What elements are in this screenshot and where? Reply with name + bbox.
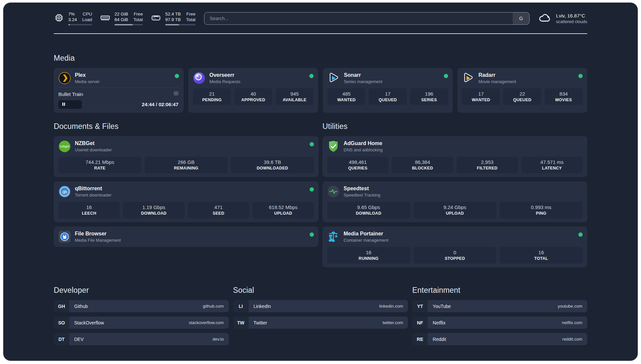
app-name: Plex: [75, 72, 171, 78]
stat-value: 485: [329, 91, 364, 97]
stat-label: UPLOAD: [415, 211, 495, 216]
app-name: Speedtest: [344, 185, 583, 192]
app-desc: Series management: [344, 79, 440, 84]
link-row-linkedin[interactable]: LILinkedInlinkedin.com: [233, 300, 408, 312]
link-row-youtube[interactable]: YTYouTubeyoutube.com: [412, 300, 587, 312]
playback-progress-bar[interactable]: 24:44 / 02:06:47: [58, 100, 179, 109]
pause-icon[interactable]: [62, 102, 66, 107]
stat-box: 86,384BLOCKED: [392, 157, 453, 173]
stat-box: 17WANTED: [462, 88, 500, 105]
section-title-utilities: Utilities: [322, 122, 587, 131]
stat-label: DOWNLOAD: [124, 211, 183, 216]
stat-box: 2,953FILTERED: [457, 157, 518, 173]
app-name: File Browser: [75, 230, 306, 237]
section-title-documents: Documents & Files: [54, 122, 319, 131]
app-card-radarr[interactable]: Radarr Movie management 17WANTED22QUEUED…: [457, 68, 587, 113]
qbittorrent-icon: qb: [58, 185, 71, 198]
stat-box: 16TOTAL: [500, 247, 583, 263]
system-metrics: 7% 3.24 CPU Load: [54, 11, 196, 25]
app-desc: DNS and adblocking: [344, 147, 583, 153]
section-title-developer: Developer: [54, 286, 229, 295]
stat-box: 47.571 msLATENCY: [521, 157, 583, 173]
link-url: youtube.com: [558, 304, 582, 309]
section-title-media: Media: [54, 54, 587, 63]
filebrowser-icon: [58, 230, 71, 243]
status-dot: [578, 232, 583, 237]
link-main[interactable]: Netflixnetflix.com: [428, 317, 587, 329]
playback-time: 24:44 / 02:06:47: [142, 100, 178, 109]
camera-icon[interactable]: [173, 90, 179, 98]
link-main[interactable]: Twittertwitter.com: [249, 317, 408, 329]
app-card-plex[interactable]: Plex Media server Bullet Train: [54, 68, 184, 113]
stat-value: 0.993 ms: [501, 204, 581, 210]
stat-box: 471SEED: [188, 202, 249, 218]
link-row-twitter[interactable]: TWTwittertwitter.com: [233, 317, 408, 329]
app-desc: Media server: [75, 79, 171, 84]
stat-value: 21: [194, 91, 229, 97]
stat-value: 9.24 Gbps: [415, 204, 495, 210]
search-bar: G: [204, 12, 530, 25]
stat-value: 618.52 Mbps: [254, 204, 313, 210]
section-title-social: Social: [233, 286, 408, 295]
stat-label: DOWNLOAD: [328, 211, 409, 216]
app-card-nzbget[interactable]: nzbget NZBGet Usenet downloader 744.21 M…: [54, 136, 319, 177]
app-card-speedtest[interactable]: Speedtest Speedtest Tracking 9.65 GbpsDO…: [322, 181, 587, 222]
stat-label: MOVIES: [546, 98, 581, 102]
app-card-qbittorrent[interactable]: qb qBittorrent Torrent downloader 16LEEC…: [54, 181, 319, 222]
link-main[interactable]: Githubgithub.com: [69, 300, 229, 312]
ram-progress-bar: [114, 24, 143, 25]
stat-box: 0.993 msPING: [500, 202, 583, 218]
nzbget-icon: nzbget: [58, 140, 71, 153]
app-card-overseerr[interactable]: Overseerr Media Requests 21PENDING40APPR…: [188, 68, 318, 113]
stat-box: 16LEECH: [58, 202, 120, 218]
stat-value: 1.19 Gbps: [124, 204, 183, 210]
speedtest-icon: [327, 185, 340, 198]
link-name: DEV: [74, 337, 84, 342]
app-card-portainer[interactable]: Media Portainer Container management 16R…: [322, 227, 587, 267]
link-main[interactable]: StackOverflowstackoverflow.com: [69, 317, 229, 329]
link-name: Reddit: [433, 337, 446, 342]
stat-value: 9.65 Gbps: [328, 204, 409, 210]
stat-label: SERIES: [412, 98, 447, 102]
disk-progress-bar: [165, 24, 196, 25]
search-engine-button[interactable]: G: [513, 13, 529, 24]
link-main[interactable]: LinkedInlinkedin.com: [249, 300, 408, 312]
link-row-stackoverflow[interactable]: SOStackOverflowstackoverflow.com: [54, 317, 229, 329]
status-dot: [309, 74, 314, 78]
link-url: stackoverflow.com: [189, 320, 224, 325]
link-abbr: RE: [412, 333, 428, 345]
stat-value: 266 GB: [146, 159, 227, 165]
link-row-netflix[interactable]: NFNetflixnetflix.com: [412, 317, 587, 329]
section-title-entertainment: Entertainment: [412, 286, 587, 295]
link-main[interactable]: YouTubeyoutube.com: [428, 300, 587, 312]
ram-total-value: 64 GiB: [114, 17, 128, 22]
stat-box: 16RUNNING: [327, 247, 410, 263]
cpu-load-value: 3.24: [68, 17, 77, 22]
disk-metric: 52.4 TB 97.9 TB Free Total: [151, 11, 196, 25]
stat-value: 16: [501, 249, 581, 256]
link-row-dev[interactable]: DTDEVdev.to: [54, 333, 229, 345]
app-name: Media Portainer: [344, 230, 574, 237]
stat-label: TOTAL: [501, 256, 581, 261]
search-input[interactable]: [204, 13, 513, 24]
link-row-github[interactable]: GHGithubgithub.com: [54, 300, 229, 312]
link-abbr: SO: [54, 317, 69, 329]
stat-label: RUNNING: [328, 256, 409, 261]
app-card-filebrowser[interactable]: File Browser Media File Management: [54, 227, 319, 247]
ram-free-value: 22 GiB: [114, 11, 128, 17]
stat-label: QUEUED: [370, 98, 405, 102]
stat-value: 17: [463, 91, 499, 97]
stat-label: WANTED: [329, 98, 364, 102]
link-row-reddit[interactable]: RERedditreddit.com: [412, 333, 587, 345]
stat-box: 9.24 GbpsUPLOAD: [413, 202, 497, 218]
dashboard-panel: 7% 3.24 CPU Load: [3, 3, 638, 361]
link-main[interactable]: Redditreddit.com: [428, 333, 587, 345]
link-url: reddit.com: [562, 337, 582, 342]
link-main[interactable]: DEVdev.to: [69, 333, 229, 345]
sonarr-icon: [327, 72, 340, 84]
link-abbr: GH: [54, 300, 69, 312]
app-card-sonarr[interactable]: Sonarr Series management 485WANTED17QUEU…: [323, 68, 453, 113]
status-dot: [310, 142, 314, 146]
app-card-adguard[interactable]: AdGuard Home DNS and adblocking 498,461Q…: [322, 136, 587, 177]
stat-box: 196SERIES: [410, 88, 448, 105]
